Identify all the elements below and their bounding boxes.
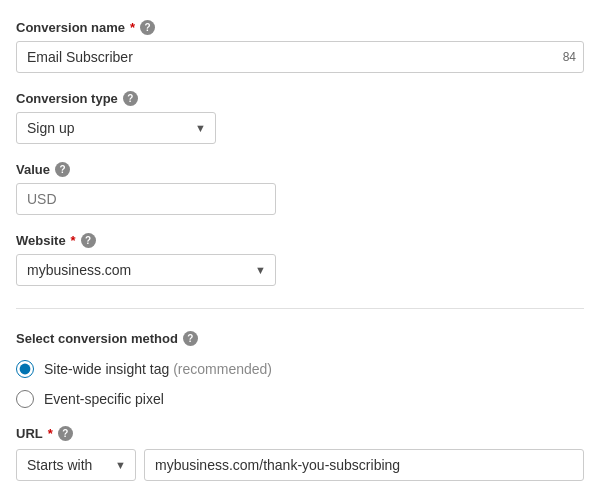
- conversion-type-select[interactable]: Sign up Purchase Lead Download Other: [16, 112, 216, 144]
- conversion-type-select-wrapper: Sign up Purchase Lead Download Other ▼: [16, 112, 216, 144]
- value-label: Value ?: [16, 162, 584, 177]
- radio-option-event-specific: Event-specific pixel: [16, 390, 584, 408]
- url-label: URL * ?: [16, 426, 584, 441]
- section-divider: [16, 308, 584, 309]
- conversion-type-label: Conversion type ?: [16, 91, 584, 106]
- radio-event-specific-text: Event-specific pixel: [44, 391, 164, 407]
- website-select[interactable]: mybusiness.com: [16, 254, 276, 286]
- radio-option-site-wide: Site-wide insight tag (recommended): [16, 360, 584, 378]
- value-input[interactable]: [16, 183, 276, 215]
- conversion-name-input[interactable]: [16, 41, 584, 73]
- website-select-wrapper: mybusiness.com ▼: [16, 254, 276, 286]
- url-label-text: URL: [16, 426, 43, 441]
- url-prefix-select-wrapper: Starts with Equals Contains Regex ▼: [16, 449, 136, 481]
- conversion-method-label-text: Select conversion method: [16, 331, 178, 346]
- conversion-name-text: Conversion name: [16, 20, 125, 35]
- url-help-icon[interactable]: ?: [58, 426, 73, 441]
- conversion-name-input-wrapper: 84: [16, 41, 584, 73]
- radio-site-wide-recommended: (recommended): [173, 361, 272, 377]
- radio-site-wide-label[interactable]: Site-wide insight tag (recommended): [44, 361, 272, 377]
- conversion-type-text: Conversion type: [16, 91, 118, 106]
- url-required: *: [48, 426, 53, 441]
- radio-event-specific-input[interactable]: [16, 390, 34, 408]
- conversion-method-group: Select conversion method ? Site-wide ins…: [16, 331, 584, 408]
- value-input-wrapper: [16, 183, 276, 215]
- value-group: Value ?: [16, 162, 584, 215]
- website-group: Website * ? mybusiness.com ▼: [16, 233, 584, 286]
- value-help-icon[interactable]: ?: [55, 162, 70, 177]
- conversion-name-char-count: 84: [563, 50, 576, 64]
- url-input[interactable]: [144, 449, 584, 481]
- conversion-method-help-icon[interactable]: ?: [183, 331, 198, 346]
- conversion-name-label: Conversion name * ?: [16, 20, 584, 35]
- conversion-name-required: *: [130, 20, 135, 35]
- radio-site-wide-text: Site-wide insight tag: [44, 361, 169, 377]
- website-label-text: Website: [16, 233, 66, 248]
- radio-site-wide-input[interactable]: [16, 360, 34, 378]
- radio-event-specific-label[interactable]: Event-specific pixel: [44, 391, 164, 407]
- website-label: Website * ?: [16, 233, 584, 248]
- url-row: Starts with Equals Contains Regex ▼: [16, 449, 584, 481]
- url-prefix-select[interactable]: Starts with Equals Contains Regex: [16, 449, 136, 481]
- value-label-text: Value: [16, 162, 50, 177]
- url-group: URL * ? Starts with Equals Contains Rege…: [16, 426, 584, 481]
- website-required: *: [71, 233, 76, 248]
- conversion-name-help-icon[interactable]: ?: [140, 20, 155, 35]
- conversion-name-group: Conversion name * ? 84: [16, 20, 584, 73]
- url-input-wrapper: [144, 449, 584, 481]
- website-help-icon[interactable]: ?: [81, 233, 96, 248]
- conversion-type-help-icon[interactable]: ?: [123, 91, 138, 106]
- conversion-type-group: Conversion type ? Sign up Purchase Lead …: [16, 91, 584, 144]
- conversion-method-label: Select conversion method ?: [16, 331, 584, 346]
